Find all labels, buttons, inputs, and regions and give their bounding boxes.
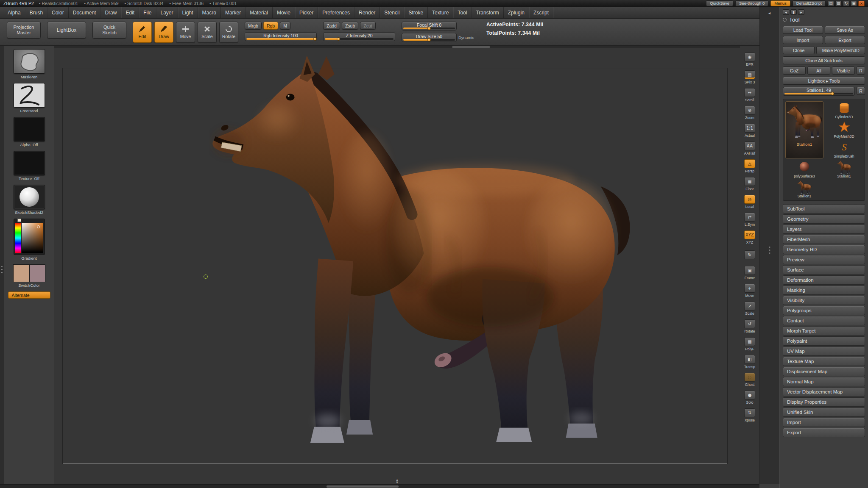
- tool-thumbnail-simplebrush[interactable]: S SimpleBrush: [826, 141, 862, 158]
- color-picker-box[interactable]: [14, 219, 45, 255]
- texture-selector[interactable]: Texture Off: [14, 151, 45, 181]
- tool-section[interactable]: Unified Skin: [783, 408, 865, 417]
- tool-section[interactable]: Import: [783, 418, 865, 427]
- window-control-icon[interactable]: ×: [858, 1, 865, 6]
- tool-thumbnail-polymesh3d[interactable]: PolyMesh3D: [826, 121, 862, 139]
- move-mode-button[interactable]: Move: [176, 22, 195, 43]
- menu-item[interactable]: File: [139, 7, 156, 18]
- tool-thumbnail-stallion1[interactable]: Stallion1: [826, 161, 862, 178]
- lightbox-tools-button[interactable]: Lightbox ▸ Tools: [783, 77, 865, 85]
- shelf-button[interactable]: ◉ BPR: [740, 51, 759, 68]
- menu-item[interactable]: Zplugin: [504, 7, 529, 18]
- stroke-thumbnail[interactable]: [14, 83, 45, 108]
- shelf-button[interactable]: ▩ PolyF: [740, 336, 759, 352]
- tool-section[interactable]: Polygroups: [783, 306, 865, 315]
- focal-shift-slider[interactable]: Focal Shift 0: [402, 22, 457, 30]
- menu-item[interactable]: Edit: [121, 7, 139, 18]
- tool-section[interactable]: Display Properties: [783, 397, 865, 407]
- menu-item[interactable]: Transform: [472, 7, 503, 18]
- tool-section[interactable]: Masking: [783, 286, 865, 295]
- goz-r-button[interactable]: R: [857, 67, 865, 75]
- menu-item[interactable]: Draw: [100, 7, 121, 18]
- tool-section[interactable]: UV Map: [783, 347, 865, 356]
- see-through-slider[interactable]: See-through 0: [735, 0, 768, 6]
- import-button[interactable]: Import: [783, 36, 823, 44]
- menu-item[interactable]: Preferences: [318, 7, 354, 18]
- rotate-mode-button[interactable]: Rotate: [219, 22, 238, 43]
- stroke-selector[interactable]: FreeHand: [14, 83, 45, 113]
- divider-right-icon[interactable]: ▸: [798, 9, 804, 15]
- tool-section[interactable]: Contact: [783, 316, 865, 325]
- window-control-icon[interactable]: ▣: [851, 1, 857, 6]
- export-button[interactable]: Export: [825, 36, 865, 44]
- menu-item[interactable]: Layer: [156, 7, 178, 18]
- hue-strip[interactable]: [15, 223, 21, 253]
- shelf-button[interactable]: ▣ Frame: [740, 264, 759, 281]
- shelf-button[interactable]: ⇅ Xpose: [740, 407, 759, 424]
- tool-thumbnail-stallion1[interactable]: Stallion1: [785, 180, 823, 198]
- canvas-scroll-arrows[interactable]: ▲▼: [396, 479, 398, 484]
- tool-section[interactable]: Texture Map: [783, 357, 865, 366]
- shelf-button[interactable]: ↻: [740, 247, 759, 263]
- secondary-color-swatch[interactable]: [29, 264, 45, 282]
- menu-item[interactable]: Color: [47, 7, 69, 18]
- active-tool-thumbnail[interactable]: Stallion1: [785, 101, 823, 158]
- save-as-button[interactable]: Save As: [825, 26, 865, 34]
- dynamic-toggle[interactable]: Dynamic: [458, 35, 474, 40]
- color-picker[interactable]: Gradient: [14, 219, 45, 261]
- quicksave-button[interactable]: QuickSave: [706, 0, 733, 6]
- material-selector[interactable]: SketchShaded2: [14, 185, 45, 215]
- menu-item[interactable]: Macro: [198, 7, 221, 18]
- shelf-button[interactable]: ↺ Rotate: [740, 318, 759, 335]
- tool-section[interactable]: Preview: [783, 255, 865, 264]
- shelf-button[interactable]: XYZ XYZ: [740, 229, 759, 246]
- shelf-button[interactable]: 1:1 Actual: [740, 122, 759, 139]
- draw-mode-button[interactable]: Draw: [154, 22, 173, 43]
- tool-section[interactable]: Layers: [783, 225, 865, 234]
- tool-r-button[interactable]: R: [857, 87, 865, 95]
- menu-item[interactable]: Texture: [428, 7, 453, 18]
- goz-visible-button[interactable]: Visible: [832, 67, 855, 75]
- tool-section[interactable]: Polypaint: [783, 336, 865, 346]
- texture-thumbnail[interactable]: [14, 151, 45, 175]
- slider-knob[interactable]: [313, 37, 317, 41]
- scrollbar-handle[interactable]: [327, 485, 399, 488]
- menu-item[interactable]: Document: [69, 7, 101, 18]
- tool-section[interactable]: Geometry HD: [783, 245, 865, 254]
- slider-knob[interactable]: [831, 92, 834, 95]
- gradient-toggle[interactable]: Gradient: [21, 256, 36, 261]
- clone-button[interactable]: Clone: [783, 46, 815, 54]
- goz-button[interactable]: GoZ: [783, 67, 806, 75]
- menu-item[interactable]: Material: [246, 7, 273, 18]
- tool-section[interactable]: Deformation: [783, 275, 865, 285]
- tool-section[interactable]: Normal Map: [783, 377, 865, 386]
- lightbox-button[interactable]: LightBox: [47, 22, 86, 39]
- tool-section[interactable]: Surface: [783, 265, 865, 274]
- canvas-viewport[interactable]: ▲▼: [54, 46, 740, 484]
- clone-all-subtools-button[interactable]: Clone All SubTools: [783, 56, 865, 64]
- saturation-square[interactable]: [22, 223, 43, 253]
- menu-item[interactable]: Marker: [221, 7, 246, 18]
- tool-section[interactable]: Displacement Map: [783, 367, 865, 376]
- shelf-button[interactable]: ↗ Scale: [740, 300, 759, 317]
- material-thumbnail[interactable]: [14, 185, 45, 209]
- left-tray-divider[interactable]: [0, 46, 4, 484]
- goz-all-button[interactable]: All: [807, 67, 830, 75]
- menu-item[interactable]: Tool: [453, 7, 472, 18]
- slider-knob[interactable]: [427, 27, 431, 30]
- alternate-button[interactable]: Alternate: [8, 291, 50, 299]
- draw-size-slider[interactable]: Draw Size 50: [402, 33, 457, 42]
- quick-sketch-button[interactable]: Quick Sketch: [92, 22, 126, 39]
- shelf-button[interactable]: ▦ Floor: [740, 175, 759, 192]
- tool-name-slider[interactable]: Stallion1. 49: [783, 87, 855, 96]
- load-tool-button[interactable]: Load Tool: [783, 26, 823, 34]
- scale-mode-button[interactable]: Scale: [198, 22, 217, 43]
- menu-item[interactable]: Movie: [273, 7, 295, 18]
- menu-item[interactable]: Stencil: [380, 7, 404, 18]
- window-control-icon[interactable]: ↻: [843, 1, 849, 6]
- rgb-button[interactable]: Rgb: [263, 22, 278, 30]
- menu-item[interactable]: Light: [178, 7, 198, 18]
- alpha-thumbnail[interactable]: [14, 117, 45, 141]
- bottom-scrollbar[interactable]: [0, 484, 759, 488]
- rgb-intensity-slider[interactable]: Rgb Intensity 100: [245, 32, 317, 41]
